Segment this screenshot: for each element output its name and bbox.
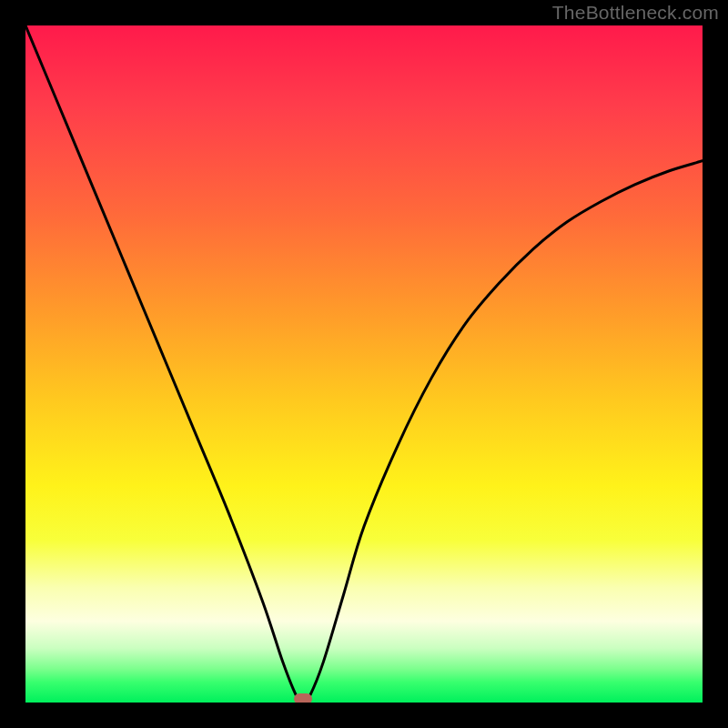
watermark-text: TheBottleneck.com (552, 2, 719, 24)
plot-area (25, 25, 703, 703)
optimum-marker (294, 693, 312, 703)
bottleneck-curve (25, 25, 703, 703)
chart-frame: TheBottleneck.com (0, 0, 728, 728)
